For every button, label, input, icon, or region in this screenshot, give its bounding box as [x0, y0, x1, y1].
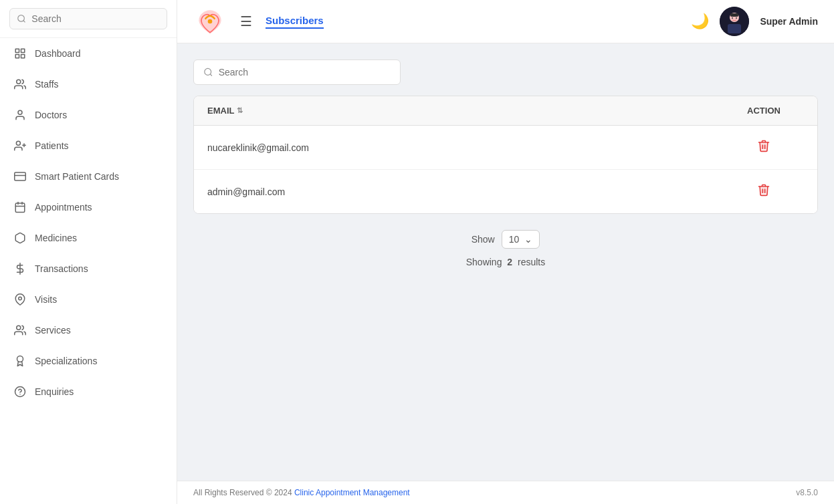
appointments-icon [13, 201, 27, 214]
sidebar-item-staffs-label: Staffs [35, 79, 59, 90]
svg-point-6 [17, 80, 21, 84]
app-logo [193, 5, 227, 38]
svg-point-7 [18, 110, 22, 114]
patients-icon [13, 139, 27, 152]
svg-line-1 [23, 21, 25, 23]
sidebar-item-specializations[interactable]: Specializations [0, 346, 177, 376]
delete-button[interactable] [754, 180, 773, 203]
delete-button[interactable] [754, 136, 773, 158]
email-column-header[interactable]: EMAIL ⇅ [207, 106, 724, 116]
sidebar-search-input-wrapper[interactable] [9, 8, 167, 29]
svg-rect-34 [761, 187, 766, 194]
sidebar-search-icon [17, 13, 26, 24]
hamburger-menu[interactable]: ☰ [237, 11, 255, 32]
search-icon [203, 67, 213, 78]
svg-point-0 [18, 15, 25, 22]
sidebar-item-medicines-label: Medicines [35, 233, 77, 243]
svg-rect-4 [21, 55, 25, 58]
smart-patient-cards-icon [13, 170, 27, 183]
svg-point-8 [16, 141, 20, 145]
svg-point-30 [736, 17, 737, 19]
sidebar-search-field[interactable] [31, 13, 160, 24]
footer: All Rights Reserved © 2024 Clinic Appoin… [177, 481, 834, 504]
row-action-cell [724, 180, 804, 203]
sidebar-item-transactions[interactable]: Transactions [0, 253, 177, 284]
show-dropdown[interactable]: 10 ⌄ [502, 230, 540, 249]
main-area: ☰ Subscribers 🌙 Super Admin [177, 0, 834, 504]
svg-line-32 [210, 74, 212, 76]
trash-icon [757, 139, 770, 152]
sidebar-item-services-label: Services [35, 325, 71, 336]
svg-point-31 [205, 68, 211, 75]
action-column-header: ACTION [724, 106, 804, 116]
result-count: 2 [507, 257, 512, 267]
svg-rect-5 [15, 55, 19, 58]
svg-rect-13 [15, 203, 25, 213]
sidebar-item-services[interactable]: Services [0, 315, 177, 346]
specializations-icon [13, 354, 27, 368]
sidebar-item-visits[interactable]: Visits [0, 284, 177, 315]
sidebar-item-doctors-label: Doctors [35, 110, 67, 120]
search-input[interactable] [219, 67, 391, 78]
doctors-icon [13, 108, 27, 122]
svg-rect-11 [15, 172, 26, 180]
table-row: admin@gmail.com [194, 170, 817, 213]
svg-point-19 [17, 326, 21, 330]
chevron-down-icon: ⌄ [524, 234, 532, 245]
header: ☰ Subscribers 🌙 Super Admin [177, 0, 834, 43]
table-row: nucareklinik@gmail.com [194, 126, 817, 170]
sidebar-item-medicines[interactable]: Medicines [0, 223, 177, 253]
subscribers-table: EMAIL ⇅ ACTION nucareklinik@gmail.com [193, 96, 818, 214]
sidebar-item-visits-label: Visits [35, 294, 57, 305]
sidebar-search-container [0, 0, 177, 38]
medicines-icon [13, 231, 27, 245]
subscriber-email: admin@gmail.com [207, 186, 724, 197]
sidebar-item-dashboard[interactable]: Dashboard [0, 38, 177, 69]
visits-icon [13, 293, 27, 306]
footer-link[interactable]: Clinic Appointment Management [294, 488, 410, 497]
search-bar-container [193, 59, 818, 85]
svg-rect-28 [730, 13, 738, 17]
enquiries-icon [13, 385, 27, 398]
search-bar[interactable] [193, 59, 401, 85]
svg-rect-26 [728, 24, 741, 33]
sidebar-item-smart-patient-cards-label: Smart Patient Cards [35, 171, 119, 182]
pagination-area: Show 10 ⌄ Showing 2 results [193, 214, 818, 273]
trash-icon [757, 183, 770, 197]
page-title: Subscribers [266, 15, 324, 29]
sidebar-item-dashboard-label: Dashboard [35, 48, 81, 59]
svg-point-29 [732, 17, 733, 19]
version-label: v8.5.0 [796, 488, 818, 497]
avatar [720, 7, 749, 36]
table-header: EMAIL ⇅ ACTION [194, 96, 817, 126]
sidebar-item-transactions-label: Transactions [35, 263, 88, 274]
row-action-cell [724, 136, 804, 158]
sidebar-item-patients[interactable]: Patients [0, 130, 177, 161]
dashboard-icon [13, 47, 27, 60]
sidebar-item-staffs[interactable]: Staffs [0, 69, 177, 100]
avatar-image [720, 7, 749, 36]
sidebar-item-doctors[interactable]: Doctors [0, 100, 177, 130]
staffs-icon [13, 78, 27, 91]
services-icon [13, 324, 27, 337]
svg-rect-3 [21, 49, 25, 52]
sort-icon: ⇅ [237, 106, 243, 115]
show-select: Show 10 ⌄ [472, 230, 540, 249]
admin-name: Super Admin [760, 16, 818, 27]
logo-area: ☰ [193, 5, 255, 38]
showing-results: Showing 2 results [466, 257, 546, 267]
theme-toggle[interactable]: 🌙 [691, 13, 709, 30]
sidebar-item-patients-label: Patients [35, 140, 69, 151]
svg-point-18 [19, 297, 22, 300]
header-right: 🌙 Super Admin [691, 7, 818, 36]
svg-rect-2 [15, 49, 19, 52]
show-label: Show [472, 234, 495, 245]
sidebar-item-appointments-label: Appointments [35, 202, 92, 213]
show-value: 10 [509, 234, 520, 245]
sidebar-item-enquiries-label: Enquiries [35, 386, 74, 397]
svg-rect-33 [761, 143, 766, 150]
sidebar-item-enquiries[interactable]: Enquiries [0, 376, 177, 407]
sidebar-item-smart-patient-cards[interactable]: Smart Patient Cards [0, 161, 177, 192]
subscriber-email: nucareklinik@gmail.com [207, 142, 724, 153]
sidebar-item-appointments[interactable]: Appointments [0, 192, 177, 223]
